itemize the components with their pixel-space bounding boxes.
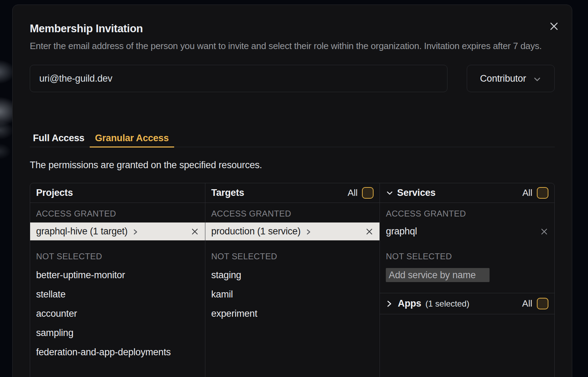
targets-column-header: Targets All [205, 183, 380, 203]
remove-project-button[interactable] [191, 227, 199, 236]
targets-all-checkbox[interactable] [362, 187, 374, 199]
services-all-checkbox[interactable] [537, 187, 548, 199]
apps-section-toggle[interactable]: Apps (1 selected) All [380, 293, 554, 314]
add-service-input[interactable] [386, 268, 490, 282]
apps-all-checkbox[interactable] [537, 298, 548, 309]
project-item[interactable]: federation-and-app-deployments [30, 343, 205, 362]
target-granted-row[interactable]: production (1 service) [205, 222, 380, 240]
project-item[interactable]: sampling [30, 323, 205, 343]
dialog-title: Membership Invitation [30, 5, 555, 35]
target-item[interactable]: experiment [205, 304, 380, 323]
targets-header-label: Targets [211, 187, 244, 198]
target-item[interactable]: kamil [205, 285, 380, 304]
chevron-right-icon [386, 300, 393, 308]
target-item[interactable]: staging [205, 266, 380, 285]
targets-column-body: ACCESS GRANTED production (1 service) NO… [205, 203, 380, 377]
chevron-down-icon [533, 75, 541, 83]
role-select-value: Contributor [480, 73, 526, 84]
projects-column-body: ACCESS GRANTED graphql-hive (1 target) N… [30, 203, 205, 377]
project-item[interactable]: accounter [30, 304, 205, 323]
permissions-note: The permissions are granted on the speci… [30, 160, 555, 171]
services-column-header: Services All [380, 183, 554, 203]
membership-invitation-dialog: Membership Invitation Enter the email ad… [12, 5, 572, 377]
targets-all-group: All [348, 187, 374, 199]
services-column-body: ACCESS GRANTED graphql NOT SELECTED Apps [380, 203, 554, 377]
chevron-down-icon [386, 189, 394, 197]
tab-full-access[interactable]: Full Access [30, 130, 90, 148]
tab-granular-access[interactable]: Granular Access [90, 130, 174, 148]
close-icon [549, 21, 559, 32]
projects-not-selected-list: better-uptime-monitor stellate accounter… [30, 266, 205, 362]
projects-access-granted-label: ACCESS GRANTED [36, 207, 199, 220]
services-header-label: Services [397, 187, 436, 198]
remove-service-button[interactable] [540, 227, 548, 236]
close-button[interactable] [548, 20, 560, 32]
project-item[interactable]: better-uptime-monitor [30, 266, 205, 285]
tab-list: Full Access Granular Access [30, 130, 555, 147]
email-input[interactable] [30, 65, 447, 92]
apps-header-label: Apps [398, 298, 421, 309]
chevron-right-icon [306, 228, 311, 236]
targets-not-selected-list: staging kamil experiment [205, 266, 380, 323]
apps-all-label: All [522, 298, 532, 309]
services-section: ACCESS GRANTED graphql NOT SELECTED [380, 207, 554, 293]
projects-header-label: Projects [36, 187, 73, 198]
apps-selected-count: (1 selected) [425, 299, 469, 309]
resource-selector-table: Projects Targets All Services All [30, 183, 555, 377]
target-granted-label: production (1 service) [211, 226, 301, 237]
projects-not-selected-label: NOT SELECTED [36, 250, 199, 263]
remove-target-button[interactable] [365, 227, 374, 236]
targets-not-selected-label: NOT SELECTED [211, 250, 374, 263]
services-access-granted-label: ACCESS GRANTED [386, 207, 548, 220]
project-granted-label: graphql-hive (1 target) [36, 226, 128, 237]
invite-row: Contributor [30, 65, 555, 92]
services-not-selected-label: NOT SELECTED [386, 250, 548, 263]
services-all-group: All [522, 187, 548, 199]
service-granted-label: graphql [386, 226, 417, 237]
targets-all-label: All [348, 187, 357, 198]
project-item[interactable]: stellate [30, 285, 205, 304]
dialog-description: Enter the email address of the person yo… [30, 40, 555, 53]
role-select[interactable]: Contributor [467, 65, 555, 92]
targets-access-granted-label: ACCESS GRANTED [211, 207, 374, 220]
page-background: Membership Invitation Enter the email ad… [0, 0, 588, 377]
chevron-right-icon [133, 228, 138, 236]
service-granted-row: graphql [380, 222, 554, 240]
project-granted-row[interactable]: graphql-hive (1 target) [30, 222, 205, 240]
services-all-label: All [522, 187, 532, 198]
apps-all-group: All [522, 298, 548, 309]
projects-column-header: Projects [30, 183, 205, 203]
